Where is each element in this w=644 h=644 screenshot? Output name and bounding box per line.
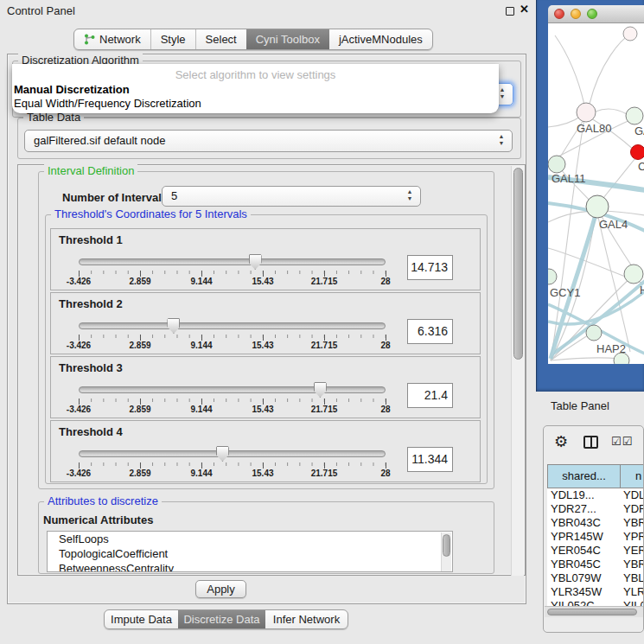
table-row[interactable]: YPR145WYPR1 <box>547 530 644 544</box>
attributes-scrollbar[interactable] <box>441 532 451 572</box>
number-of-intervals-label: Number of Intervals <box>62 191 168 204</box>
threshold-3-slider[interactable] <box>79 386 386 393</box>
list-item[interactable]: SelfLoops <box>48 532 452 546</box>
threshold-3-value-field[interactable]: 21.4 <box>407 383 453 408</box>
columns-icon[interactable] <box>583 436 598 449</box>
threshold-2-box: Threshold 2 -3.4262.859 9.14415.43 21.71… <box>50 292 481 354</box>
slider-thumb[interactable] <box>216 446 229 462</box>
algorithm-option-manual[interactable]: Manual Discretization <box>12 81 499 96</box>
scrollbar-thumb[interactable] <box>443 534 450 557</box>
numerical-attributes-label: Numerical Attributes <box>43 513 153 526</box>
slider-thumb[interactable] <box>314 382 327 398</box>
control-panel-titlebar: Control Panel ✕ <box>0 0 534 22</box>
settings-vertical-scrollbar[interactable] <box>511 166 524 576</box>
threshold-1-value-field[interactable]: 14.713 <box>407 255 453 280</box>
slider-tick-labels: -3.4262.859 9.14415.43 21.71528 <box>79 469 386 479</box>
algorithm-option-equal-width[interactable]: Equal Width/Frequency Discretization <box>12 96 499 110</box>
table-row[interactable]: YBR045CYBR0 <box>547 558 644 571</box>
tab-cyni-toolbox[interactable]: Cyni Toolbox <box>246 29 329 49</box>
node-label-gcy1: GCY1 <box>550 286 580 299</box>
numerical-attributes-list: SelfLoops TopologicalCoefficient Between… <box>47 531 453 572</box>
tab-jactivemnodules[interactable]: jActiveMNodules <box>329 29 432 49</box>
interval-definition-title: Interval Definition <box>44 164 137 177</box>
tab-style[interactable]: Style <box>150 29 195 49</box>
network-tab-icon <box>84 34 95 45</box>
top-tab-bar: Network Style Select Cyni Toolbox jActiv… <box>73 29 433 50</box>
threshold-4-box: Threshold 4 -3.4262.859 9.14415.43 21.71… <box>50 420 481 482</box>
network-node-gal11[interactable] <box>548 156 565 173</box>
network-window-titlebar[interactable] <box>548 5 644 23</box>
network-node[interactable] <box>623 27 637 41</box>
tab-infer-network[interactable]: Infer Network <box>265 610 348 628</box>
threshold-2-label: Threshold 2 <box>59 297 123 310</box>
threshold-4-label: Threshold 4 <box>59 425 123 438</box>
scrollbar-thumb[interactable] <box>547 609 637 615</box>
app-root: Control Panel ✕ Network Style Select Cyn… <box>0 0 644 644</box>
column-header-shared-name[interactable]: shared... <box>547 464 621 488</box>
minimize-traffic-light-icon[interactable] <box>571 9 581 19</box>
combo-arrows-icon: ▲▼ <box>405 188 414 202</box>
network-node-gal80[interactable] <box>577 103 596 122</box>
network-node-gcy1[interactable] <box>548 269 557 284</box>
slider-tick-labels: -3.4262.859 9.14415.43 21.71528 <box>79 405 386 415</box>
table-row[interactable]: YDL19...YDL1 <box>547 488 644 502</box>
tab-network[interactable]: Network <box>74 29 150 49</box>
node-label-gal11: GAL11 <box>552 172 586 185</box>
zoom-traffic-light-icon[interactable] <box>587 9 597 19</box>
node-label-gal80: GAL80 <box>577 122 611 135</box>
table-panel-title: Table Panel <box>551 399 609 412</box>
threshold-2-slider[interactable] <box>79 322 386 329</box>
network-canvas[interactable]: GAL80 GA C GAL11 GAL4 GCY1 H HAP2 <box>548 23 644 364</box>
table-row[interactable]: YLR345WYLR3 <box>547 585 644 599</box>
network-node[interactable] <box>626 107 643 124</box>
close-traffic-light-icon[interactable] <box>554 9 564 19</box>
node-label-hap2: HAP2 <box>596 342 626 355</box>
table-horizontal-scrollbar[interactable] <box>545 606 644 617</box>
list-item[interactable]: TopologicalCoefficient <box>48 546 452 561</box>
tab-discretize-data[interactable]: Discretize Data <box>178 610 265 628</box>
threshold-2-value-field[interactable]: 6.316 <box>407 319 453 344</box>
apply-button[interactable]: Apply <box>195 580 246 598</box>
number-of-intervals-select[interactable]: 5 ▲▼ <box>162 186 421 207</box>
table-row[interactable]: YBR043CYBR0 <box>547 516 644 530</box>
table-row[interactable]: YDR27...YDR2 <box>547 502 644 516</box>
tab-impute-data[interactable]: Impute Data <box>105 610 178 628</box>
table-rows: YDL19...YDL1 YDR27...YDR2 YBR043CYBR0 YP… <box>547 488 644 611</box>
algorithm-dropdown-popup: Select algorithm to view settings Manual… <box>12 64 499 113</box>
tab-select[interactable]: Select <box>195 29 246 49</box>
threshold-4-slider[interactable] <box>79 450 386 457</box>
column-header-name[interactable]: n <box>621 464 644 488</box>
table-header-row: shared... n <box>547 464 644 488</box>
slider-thumb[interactable] <box>167 318 180 334</box>
table-row[interactable]: YBL079WYBL0 <box>547 571 644 585</box>
float-window-icon[interactable] <box>506 7 514 16</box>
network-node[interactable] <box>624 265 643 284</box>
threshold-3-box: Threshold 3 -3.4262.859 9.14415.43 21.71… <box>50 356 481 418</box>
threshold-1-slider[interactable] <box>79 258 386 265</box>
scrollbar-thumb[interactable] <box>513 168 523 360</box>
select-columns-icons[interactable]: ☑☑ <box>611 435 633 448</box>
table-toolbar: ⚙ ☑☑ <box>544 426 643 461</box>
table-row[interactable]: YER054CYER0 <box>547 544 644 558</box>
network-view-window[interactable]: GAL80 GA C GAL11 GAL4 GCY1 H HAP2 <box>536 0 644 392</box>
threshold-4-value-field[interactable]: 11.344 <box>407 447 453 472</box>
table-data-selected-value: galFiltered.sif default node <box>34 134 165 147</box>
gear-icon[interactable]: ⚙ <box>554 432 568 451</box>
network-node-selected-red[interactable] <box>631 145 644 160</box>
table-data-select[interactable]: galFiltered.sif default node ▲▼ <box>24 130 513 152</box>
number-of-intervals-value: 5 <box>171 189 177 202</box>
threshold-3-label: Threshold 3 <box>59 361 123 374</box>
slider-thumb[interactable] <box>249 254 262 270</box>
close-icon[interactable]: ✕ <box>520 3 529 16</box>
list-item[interactable]: BetweennessCentrality <box>48 561 452 572</box>
thresholds-group-title: Threshold's Coordinates for 5 Intervals <box>51 207 251 220</box>
node-label-gal4: GAL4 <box>599 218 628 231</box>
network-node-hap2[interactable] <box>586 325 602 341</box>
node-label-partial: H <box>640 284 644 296</box>
node-label-partial: GA <box>634 124 644 137</box>
tab-network-label: Network <box>99 33 141 46</box>
threshold-1-label: Threshold 1 <box>59 233 123 246</box>
combo-arrows-icon: ▲▼ <box>497 133 506 147</box>
network-node-gal4[interactable] <box>586 195 609 218</box>
table-panel-box: ⚙ ☑☑ shared... n YDL19...YDL1 YDR27...YD… <box>543 425 644 633</box>
